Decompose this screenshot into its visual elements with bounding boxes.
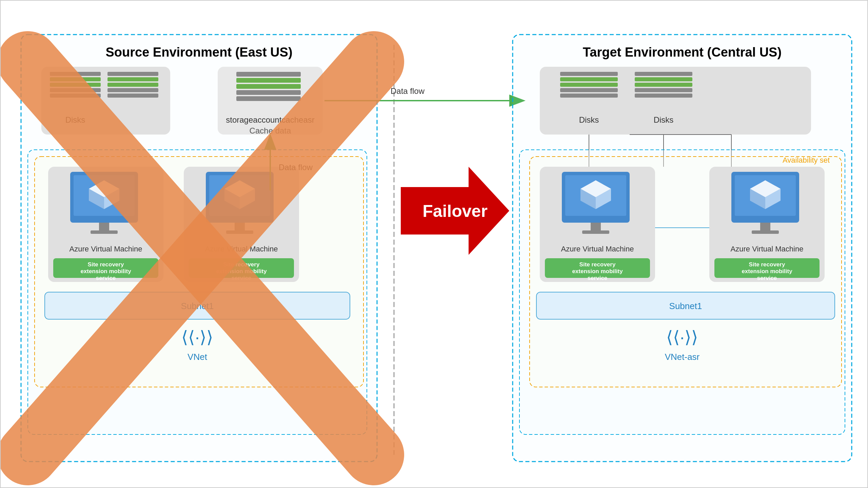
source-vm1-mobility-line2: extension mobility bbox=[80, 268, 131, 274]
avail-set-label: Availability set bbox=[783, 156, 830, 164]
svg-rect-50 bbox=[560, 77, 618, 81]
target-vm2-mobility-line1: Site recovery bbox=[749, 261, 785, 268]
target-vm2-mobility-line2: extension mobility bbox=[742, 268, 792, 274]
svg-rect-73 bbox=[591, 223, 601, 231]
target-vm2-mobility-line3: service bbox=[757, 275, 777, 281]
source-env-title: Source Environment (East US) bbox=[105, 45, 292, 59]
svg-rect-54 bbox=[635, 72, 692, 76]
source-vnet-label: VNet bbox=[188, 352, 208, 362]
svg-rect-28 bbox=[91, 230, 118, 234]
svg-rect-56 bbox=[635, 83, 692, 87]
source-vm1-label: Azure Virtual Machine bbox=[70, 245, 142, 253]
target-disk1-label: Disks bbox=[579, 115, 599, 124]
svg-rect-74 bbox=[582, 230, 609, 234]
source-vnet-icon: ⟨⟨·⟩⟩ bbox=[181, 328, 213, 347]
target-vm2-label: Azure Virtual Machine bbox=[731, 245, 804, 253]
svg-rect-52 bbox=[560, 88, 618, 92]
target-vnet-icon: ⟨⟨·⟩⟩ bbox=[666, 328, 698, 347]
svg-rect-57 bbox=[635, 88, 692, 92]
target-subnet-label: Subnet1 bbox=[669, 301, 702, 311]
source-vm1-mobility-line3: service bbox=[96, 275, 116, 281]
svg-rect-2 bbox=[236, 72, 301, 77]
svg-rect-13 bbox=[107, 72, 158, 76]
failover-label: Failover bbox=[422, 202, 488, 221]
target-vm1-label: Azure Virtual Machine bbox=[561, 245, 634, 253]
target-vm1-mobility-line2: extension mobility bbox=[572, 268, 623, 274]
svg-rect-15 bbox=[107, 83, 158, 87]
svg-rect-53 bbox=[560, 94, 618, 98]
svg-rect-58 bbox=[635, 94, 692, 98]
target-env-title: Target Environment (Central US) bbox=[583, 45, 782, 59]
target-vnet-label: VNet-asr bbox=[665, 352, 700, 362]
svg-rect-83 bbox=[752, 230, 779, 234]
data-flow-label-2: Data flow bbox=[391, 86, 425, 96]
target-disk2-label: Disks bbox=[654, 115, 674, 124]
svg-rect-3 bbox=[236, 78, 301, 83]
svg-rect-5 bbox=[236, 90, 301, 95]
main-container: Source Environment (East US) storageacco… bbox=[0, 0, 868, 488]
svg-rect-49 bbox=[560, 72, 618, 76]
source-vm1-mobility-line1: Site recovery bbox=[88, 261, 124, 268]
svg-rect-4 bbox=[236, 84, 301, 89]
svg-rect-17 bbox=[107, 94, 158, 98]
svg-rect-16 bbox=[107, 88, 158, 92]
svg-rect-55 bbox=[635, 77, 692, 81]
target-vm1-mobility-line3: service bbox=[588, 275, 608, 281]
svg-rect-27 bbox=[99, 223, 109, 231]
svg-rect-6 bbox=[236, 96, 301, 101]
svg-rect-48 bbox=[540, 67, 811, 135]
diagram-svg: Source Environment (East US) storageacco… bbox=[1, 1, 868, 488]
svg-rect-82 bbox=[760, 223, 770, 231]
target-vm1-mobility-line1: Site recovery bbox=[579, 261, 616, 268]
svg-rect-51 bbox=[560, 83, 618, 87]
svg-rect-14 bbox=[107, 77, 158, 81]
